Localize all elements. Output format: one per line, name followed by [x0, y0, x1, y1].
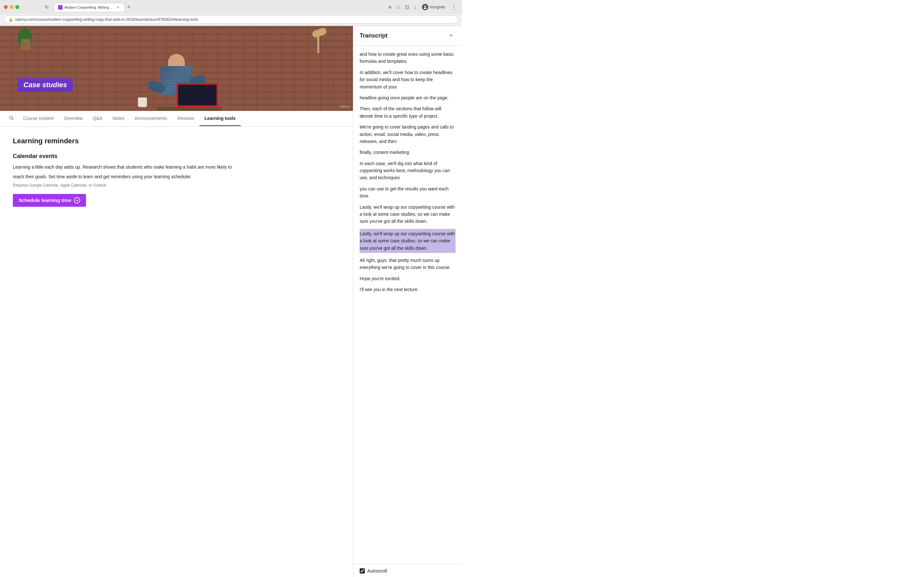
transcript-footer: Autoscroll: [353, 564, 462, 577]
autoscroll-checkbox[interactable]: [360, 568, 365, 574]
transcript-para-12: Hope you're excited.: [360, 275, 456, 282]
transcript-para-8: you can use to get the results you want …: [360, 185, 456, 200]
back-button[interactable]: ←: [22, 3, 31, 11]
desk-surface: [157, 107, 221, 111]
maximize-window-button[interactable]: [15, 5, 19, 9]
active-tab[interactable]: Modern Copywriting: Writing c... ×: [54, 3, 124, 11]
navigation-tabs: Course content Overview Q&A Notes Announ…: [0, 111, 353, 127]
udemy-watermark: Udemy: [339, 105, 350, 108]
lock-icon: 🔒: [9, 18, 13, 22]
transcript-para-4: Then, each of the sections that follow w…: [360, 105, 456, 119]
main-layout: Case studies Udemy Course content Overvi…: [0, 26, 462, 577]
tab-close-button[interactable]: ×: [116, 5, 120, 10]
description-line2: reach their goals. Set time aside to lea…: [13, 173, 340, 180]
transcript-para-7: In each case, we'll dig into what kind o…: [360, 160, 456, 181]
browser-titlebar: ← → ↻ Modern Copywriting: Writing c... ×…: [0, 0, 462, 14]
address-bar-row: 🔒 udemy.com/course/modern-copywriting-wr…: [0, 14, 462, 26]
schedule-learning-time-button[interactable]: Schedule learning time +: [13, 194, 86, 207]
plus-circle-icon: +: [74, 197, 80, 203]
reload-button[interactable]: ↻: [42, 3, 51, 11]
schedule-button-label: Schedule learning time: [19, 197, 71, 203]
tab-notes[interactable]: Notes: [107, 111, 129, 126]
extensions-icon: ⊞: [389, 5, 391, 9]
content-area: Case studies Udemy Course content Overvi…: [0, 26, 353, 577]
case-studies-text: Case studies: [23, 81, 67, 89]
search-tab-icon[interactable]: [5, 111, 18, 126]
extensions-menu-icon[interactable]: ⊡: [404, 4, 410, 10]
nav-arrows-group: ← → ↻: [22, 3, 51, 11]
address-bar[interactable]: 🔒 udemy.com/course/modern-copywriting-wr…: [4, 15, 458, 24]
transcript-para-1: and how to create great ones using some …: [360, 51, 456, 65]
lamp-head: [312, 27, 328, 39]
browser-menu-button[interactable]: ⋮: [450, 3, 458, 11]
transcript-panel: Transcript × and how to create great one…: [353, 26, 462, 577]
svg-line-3: [13, 119, 14, 120]
new-tab-button[interactable]: +: [124, 4, 133, 11]
transcript-para-6: finally, content marketing.: [360, 149, 456, 156]
url-text: udemy.com/course/modern-copywriting-writ…: [15, 17, 453, 22]
transcript-para-5: We're going to cover landing pages and c…: [360, 123, 456, 145]
incognito-icon: [422, 4, 428, 10]
minimize-window-button[interactable]: [10, 5, 13, 9]
tab-course-content[interactable]: Course content: [18, 111, 59, 126]
browser-chrome: ← → ↻ Modern Copywriting: Writing c... ×…: [0, 0, 462, 26]
calendar-events-title: Calendar events: [13, 153, 340, 160]
tab-favicon: [58, 5, 63, 10]
transcript-para-10-highlighted: Lastly, we'll wrap up our copywriting co…: [360, 229, 456, 253]
transcript-header: Transcript ×: [353, 26, 462, 45]
svg-point-1: [424, 8, 426, 9]
transcript-para-11: All right, guys, that pretty much sums u…: [360, 257, 456, 271]
transcript-para-2: In addition, we'll cover how to create h…: [360, 69, 456, 90]
transcript-para-3: headline going once people are on the pa…: [360, 94, 456, 101]
requires-text: Requires Google Calendar, Apple Calendar…: [13, 183, 340, 187]
page-section-title: Learning reminders: [13, 137, 340, 145]
traffic-lights: [4, 5, 19, 9]
video-background: [0, 26, 353, 111]
case-studies-overlay: Case studies: [18, 78, 73, 92]
transcript-body[interactable]: and how to create great ones using some …: [353, 45, 462, 564]
tab-bar: Modern Copywriting: Writing c... × +: [54, 3, 386, 11]
tab-title: Modern Copywriting: Writing c...: [65, 5, 114, 9]
plant-pot-body: [21, 39, 31, 50]
tab-announcements[interactable]: Announcements: [129, 111, 172, 126]
autoscroll-label[interactable]: Autoscroll: [367, 568, 387, 574]
incognito-button[interactable]: Incognito: [419, 3, 448, 11]
transcript-close-button[interactable]: ×: [447, 31, 456, 40]
save-page-icon[interactable]: ↓: [412, 4, 417, 10]
browser-actions: ⊞ ☆ ⊡ ↓ Incognito ⋮: [389, 3, 458, 11]
incognito-label: Incognito: [430, 5, 445, 9]
mug: [138, 97, 147, 107]
transcript-para-13: I'll see you in the next lecture.: [360, 286, 456, 293]
svg-point-0: [425, 6, 426, 7]
tab-learning-tools[interactable]: Learning tools: [200, 111, 241, 126]
laptop-body: [176, 83, 218, 107]
tab-reviews[interactable]: Reviews: [172, 111, 200, 126]
transcript-para-9: Lastly, we'll wrap up our copywriting co…: [360, 203, 456, 225]
tab-overview[interactable]: Overview: [59, 111, 87, 126]
description-line1: Learning a little each day adds up. Rese…: [13, 163, 340, 171]
video-player[interactable]: Case studies Udemy: [0, 26, 353, 111]
forward-button[interactable]: →: [32, 3, 41, 11]
page-content: Learning reminders Calendar events Learn…: [0, 127, 353, 577]
close-window-button[interactable]: [4, 5, 8, 9]
tab-qa[interactable]: Q&A: [87, 111, 107, 126]
bookmark-icon[interactable]: ☆: [395, 4, 402, 10]
transcript-title: Transcript: [360, 32, 388, 39]
